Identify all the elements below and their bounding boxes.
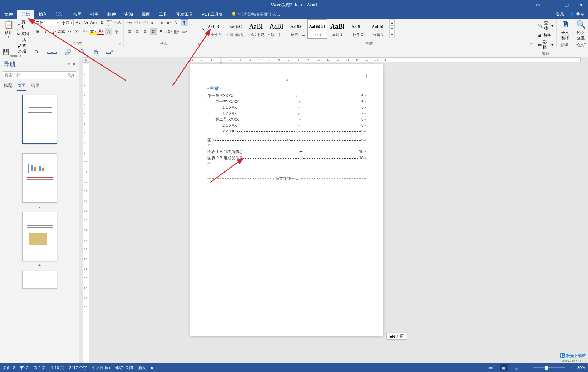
decrease-indent-button[interactable]: ⇤ <box>150 19 157 26</box>
nav-dropdown-button[interactable]: ▾ <box>68 62 70 67</box>
status-macro-icon[interactable]: ▶ <box>151 366 154 370</box>
copy-button[interactable]: ⧉复制 <box>16 31 30 37</box>
zoom-in-button[interactable]: + <box>570 366 572 370</box>
view-print-layout-button[interactable]: ▦ <box>500 364 508 371</box>
ruler-corner[interactable]: L <box>83 57 89 62</box>
style-item-2[interactable]: AaBl↵论文标题 <box>246 19 266 39</box>
enclose-characters-button[interactable]: ㊥ <box>113 28 120 35</box>
full-translate-button[interactable]: 🖹 全文 翻译 <box>559 19 572 42</box>
horizontal-ruler[interactable]: ▽ △ 3211234567891011121314151617 <box>190 57 581 62</box>
asian-layout-button[interactable]: ✕ <box>165 19 172 26</box>
toc-entry[interactable]: 第二节 XXXX↩8↵ <box>215 116 366 122</box>
vertical-ruler[interactable]: 1234567891011121314151617181920212223242… <box>83 62 89 363</box>
highlight-button[interactable]: ab <box>89 28 97 35</box>
nav-tab-headings[interactable]: 标题 <box>4 83 12 91</box>
maximize-button[interactable]: ▢ <box>559 0 574 10</box>
tab-file[interactable]: 文件 <box>0 10 17 19</box>
line-spacing-button[interactable]: ↕≡ <box>165 28 172 35</box>
tab-tools[interactable]: 工具 <box>155 10 172 19</box>
close-button[interactable]: ✕ <box>574 0 588 10</box>
subscript-button[interactable]: x₂ <box>66 28 73 35</box>
character-shading-button[interactable]: A <box>105 28 112 35</box>
paper-check-button[interactable]: 🔍 论文 查重 <box>574 19 587 42</box>
toc-entry[interactable]: 1.1 XXX↩6↵ <box>222 105 366 111</box>
status-language[interactable]: 中文(中国) <box>92 365 110 371</box>
font-color-button[interactable]: A <box>97 28 104 35</box>
shading-button[interactable]: ▦ <box>173 28 180 35</box>
show-hide-marks-button[interactable]: ¶ <box>181 19 188 26</box>
thumbnail-page-2[interactable]: 2 <box>22 95 57 150</box>
share-button[interactable]: 👤 共享 <box>569 11 584 18</box>
tab-layout[interactable]: 布局 <box>69 10 86 19</box>
tab-developer[interactable]: 开发工具 <box>172 10 197 19</box>
format-painter-button[interactable]: 🖌格式刷 <box>16 38 30 54</box>
borders-button[interactable]: ▭ <box>181 28 188 35</box>
cut-button[interactable]: ✂剪切 <box>16 19 30 30</box>
qat-item-4[interactable]: ⧉ <box>94 49 98 55</box>
style-item-1[interactable]: AaBbC↵封面日期 <box>226 19 245 39</box>
qat-item-3[interactable]: 🔍 <box>79 49 86 55</box>
underline-button[interactable]: U <box>50 28 57 35</box>
zoom-slider[interactable] <box>533 367 565 368</box>
style-item-8[interactable]: AaBbC标题 3 <box>368 19 388 39</box>
bullets-button[interactable]: ≡• <box>126 19 133 26</box>
change-case-button[interactable]: Aa <box>90 19 97 26</box>
ime-indicator[interactable]: EN ♪ 简 <box>386 332 407 340</box>
gallery-down-button[interactable]: ▾ <box>390 26 394 32</box>
nav-tab-pages[interactable]: 页面 <box>17 83 26 91</box>
align-justify-button[interactable]: ≡ <box>150 28 157 35</box>
login-button[interactable]: 登录 <box>556 11 564 18</box>
tab-home[interactable]: 开始 <box>17 10 34 19</box>
thumbnail-page-3[interactable]: 3 <box>22 153 57 208</box>
document-page[interactable]: ↵ •目录↵ 第一章 XXXXX↩6↵第一节 XXXX↩6↵1.1 XXX↩6↵… <box>190 64 383 336</box>
toc-entry[interactable]: 2.2 XXX↩9↵ <box>222 128 366 134</box>
qat-item-1[interactable]: ▭▭ <box>47 49 57 55</box>
text-effects-button[interactable]: A <box>82 28 89 35</box>
style-item-7[interactable]: AaBbC标题 2 <box>348 19 368 39</box>
nav-tab-results[interactable]: 结果 <box>31 83 39 91</box>
replace-button[interactable]: ab替换 <box>537 32 554 38</box>
document-content[interactable]: •目录↵ 第一章 XXXXX↩6↵第一节 XXXX↩6↵1.1 XXX↩6↵1.… <box>207 84 366 181</box>
numbering-button[interactable]: ≡1 <box>134 19 141 26</box>
grow-font-button[interactable]: A▴ <box>74 19 82 26</box>
status-page-of[interactable]: 第 2 页，共 10 页 <box>33 365 64 371</box>
hanging-indent-marker[interactable]: △ <box>220 60 223 64</box>
qat-item-2[interactable]: 🔗 <box>65 49 72 55</box>
status-word-count[interactable]: 2417 个字 <box>69 365 87 371</box>
superscript-button[interactable]: x² <box>74 28 81 35</box>
tab-insert[interactable]: 插入 <box>34 10 52 19</box>
paragraph-launcher[interactable]: ◸ <box>198 43 201 46</box>
table-entry[interactable]: 图表 1 A 组成员信息↩10↵ <box>207 149 366 155</box>
phonetic-guide-button[interactable]: wénA <box>106 19 113 26</box>
tab-pdf[interactable]: PDF工具集 <box>197 10 227 19</box>
multilevel-list-button[interactable]: ≡⁝ <box>142 19 149 26</box>
zoom-slider-thumb[interactable] <box>545 366 548 370</box>
select-button[interactable]: ▭选择 ▾ <box>537 39 554 50</box>
collapse-ribbon-button[interactable]: ⌃ <box>584 42 587 46</box>
paste-button[interactable]: 📋 粘贴 ▾ <box>2 19 15 39</box>
gallery-up-button[interactable]: ▴ <box>390 20 394 26</box>
align-distributed-button[interactable]: ≣ <box>157 28 165 35</box>
figure-entry[interactable]: 图 1↩9↵ <box>207 137 366 143</box>
view-read-mode-button[interactable]: ▭ <box>487 364 495 371</box>
search-icon[interactable]: 🔍▾ <box>67 73 74 78</box>
ribbon-display-options-button[interactable]: ▭ <box>531 0 545 10</box>
toc-entry[interactable]: 第一章 XXXXX↩6↵ <box>207 93 366 99</box>
thumbnail-page-5[interactable] <box>22 271 57 289</box>
minimize-button[interactable]: — <box>545 0 559 10</box>
sort-button[interactable]: A↓ <box>173 19 180 26</box>
status-track-changes[interactable]: 修订: 关闭 <box>115 365 133 371</box>
tell-me-search[interactable]: 💡 告诉我您想要做什么... <box>231 10 280 19</box>
thumbnail-page-4[interactable]: 4 <box>22 212 57 267</box>
style-item-4[interactable]: AaBbC↵研究生... <box>287 19 307 39</box>
strikethrough-button[interactable]: abc <box>58 28 65 35</box>
font-launcher[interactable]: ◸ <box>119 43 121 46</box>
status-page[interactable]: 页面: 2 <box>3 365 15 371</box>
bold-button[interactable]: B <box>34 28 41 35</box>
qat-item-5[interactable]: ▭⁺ <box>106 49 114 55</box>
tab-design[interactable]: 设计 <box>52 10 69 19</box>
tab-review[interactable]: 审阅 <box>120 10 137 19</box>
italic-button[interactable]: I <box>42 28 49 35</box>
shrink-font-button[interactable]: A▾ <box>82 19 89 26</box>
style-item-3[interactable]: AaBl↵硕士学... <box>266 19 286 39</box>
